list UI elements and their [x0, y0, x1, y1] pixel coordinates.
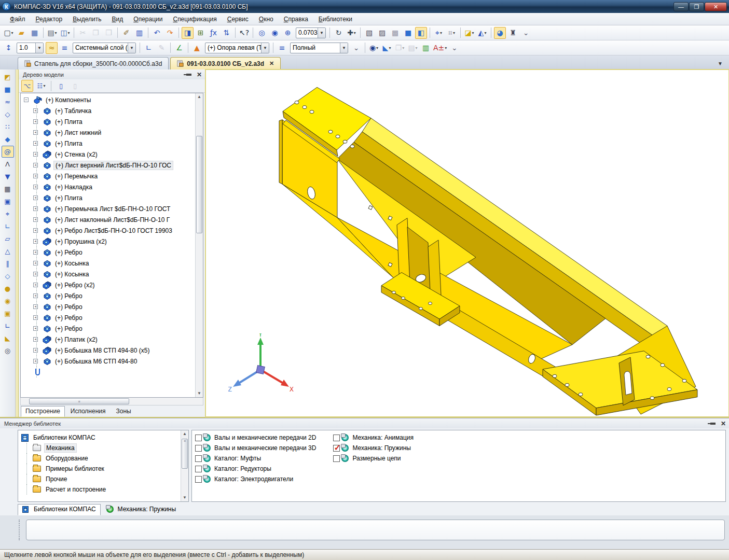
pin-icon[interactable]	[710, 423, 716, 425]
toolbar-button[interactable]: ⌖▾	[433, 27, 445, 39]
instrument-button[interactable]: ◩	[2, 71, 14, 83]
menu-item[interactable]: Справка	[279, 14, 313, 24]
tree-item-row[interactable]: + (+) Перемычка Лист $dБ-ПН-О-10 ГОСТ	[23, 203, 203, 214]
toolbar-button[interactable]: ⌄	[350, 42, 362, 54]
expand-icon[interactable]: +	[33, 315, 38, 320]
toolbar-combo[interactable]: (+) Опора левая (Те▼	[205, 43, 269, 53]
toolbar-button[interactable]: ❒	[103, 27, 115, 39]
expand-icon[interactable]: +	[33, 174, 38, 178]
toolbar-button[interactable]: ↶	[151, 27, 163, 39]
instrument-button[interactable]: ◇	[2, 108, 14, 120]
expand-icon[interactable]: +	[33, 152, 38, 157]
toolbar-button[interactable]: ◪▾	[463, 27, 475, 39]
toolbar-button[interactable]: ◧	[415, 27, 427, 39]
tree-item-row[interactable]: + (+) Ребро	[23, 290, 203, 301]
toolbar-button[interactable]: ▦	[29, 27, 40, 39]
instrument-button[interactable]: ∥	[2, 258, 14, 270]
instrument-button[interactable]: ◆	[2, 133, 14, 145]
tree-item-row[interactable]: + (+) Плита	[23, 138, 203, 149]
toolbar-button[interactable]: ▰	[16, 27, 27, 39]
dropdown-arrow-icon[interactable]: ▾	[402, 46, 404, 50]
library-checkbox[interactable]	[333, 455, 340, 462]
collapse-icon[interactable]: −	[24, 97, 29, 102]
toolbar-button[interactable]: ◨	[182, 27, 194, 39]
close-panel-icon[interactable]: ✕	[721, 420, 726, 427]
library-item-row[interactable]: Валы и механические передачи 2D	[195, 432, 318, 443]
tree-item-row[interactable]: + (+) Накладка	[23, 181, 203, 192]
tree-item-row[interactable]: + (+) Лист наклонный Лист$dБ-ПН-О-10 Г	[23, 214, 203, 225]
expand-icon[interactable]: +	[33, 206, 38, 211]
expand-icon[interactable]: +	[33, 359, 38, 363]
instrument-button[interactable]: @	[2, 146, 14, 158]
toolbar-button[interactable]: ✐	[120, 27, 132, 39]
library-folder-row[interactable]: Механика	[21, 443, 179, 453]
dropdown-arrow-icon[interactable]: ▾	[440, 31, 442, 35]
library-checkbox[interactable]	[333, 435, 340, 441]
toolbar-button[interactable]: ▩	[389, 27, 401, 39]
tree-root-row[interactable]: − (+) Компоненты	[23, 94, 203, 105]
library-folder-row[interactable]: Прочие	[21, 474, 179, 484]
library-checkbox[interactable]	[195, 455, 202, 462]
toolbar-button[interactable]: ▨	[376, 27, 388, 39]
instrument-button[interactable]: ◣	[2, 332, 14, 344]
toolbar-button[interactable]: ▤▾	[46, 27, 58, 39]
dropdown-arrow-icon[interactable]: ▾	[445, 46, 447, 50]
instrument-button[interactable]: ∷	[2, 121, 14, 133]
library-checkbox[interactable]	[195, 476, 202, 483]
toolbar-button[interactable]: ❐	[90, 27, 102, 39]
library-folder-row[interactable]: Расчет и построение	[21, 484, 179, 495]
dropdown-arrow-icon[interactable]: ▾	[484, 31, 486, 35]
menu-item[interactable]: Сервис	[223, 14, 253, 24]
scrollbar-thumb[interactable]: ≡	[29, 398, 129, 404]
scroll-up-icon[interactable]: ▲	[181, 430, 188, 438]
instrument-button[interactable]: △	[2, 245, 14, 257]
library-tree-root[interactable]: Библиотеки КОМПАС	[21, 432, 179, 443]
toolbar-button[interactable]: ◫▾	[59, 27, 71, 39]
toolbar-button[interactable]: ↖?	[238, 27, 250, 39]
toolbar-button[interactable]: ⌗▾	[446, 27, 458, 39]
toolbar-button[interactable]: ▤▾	[407, 42, 419, 54]
expand-icon[interactable]: +	[33, 261, 38, 265]
instrument-button[interactable]: ∟	[2, 320, 14, 332]
expand-icon[interactable]: +	[33, 141, 38, 146]
scroll-down-icon[interactable]: ▼	[196, 390, 203, 397]
instrument-button[interactable]: ▣	[2, 195, 14, 207]
combo-dropdown-icon[interactable]: ▼	[340, 43, 348, 53]
tree-vertical-scrollbar[interactable]: ▲ ▼	[195, 93, 203, 397]
dropdown-arrow-icon[interactable]: ▾	[389, 46, 391, 50]
tree-item-partial[interactable]	[23, 367, 203, 377]
toolbar-combo[interactable]: 1.0▼	[17, 43, 44, 53]
close-button[interactable]: ✕	[705, 2, 727, 11]
close-panel-icon[interactable]: ✕	[197, 71, 202, 78]
dropdown-arrow-icon[interactable]: ▾	[376, 46, 378, 50]
instrument-button[interactable]: ▼	[2, 171, 14, 183]
library-checkbox[interactable]	[195, 435, 202, 441]
scrollbar-thumb[interactable]	[196, 136, 202, 233]
expand-icon[interactable]: +	[33, 119, 38, 124]
toolbar-button[interactable]: ↷	[164, 27, 176, 39]
tree-item-row[interactable]: + (+) Проушина (x2)	[23, 236, 203, 247]
toolbar-button[interactable]: ▥	[420, 42, 432, 54]
pin-icon[interactable]	[186, 74, 191, 76]
toolbar-button[interactable]: ◭▾	[476, 27, 488, 39]
menu-item[interactable]: Редактор	[31, 14, 67, 24]
expand-icon[interactable]: +	[33, 163, 38, 167]
combo-dropdown-icon[interactable]: ▼	[35, 43, 43, 53]
combo-dropdown-icon[interactable]: ▼	[128, 43, 135, 53]
toolbar-button[interactable]: ◉▾	[368, 42, 380, 54]
instrument-button[interactable]: ■	[2, 83, 14, 95]
library-tab-kompas[interactable]: Библиотеки КОМПАС	[18, 504, 101, 515]
toolbar-button[interactable]: ⇅	[221, 27, 232, 39]
library-item-row[interactable]: Размерные цепи	[333, 453, 415, 464]
library-checkbox[interactable]	[195, 466, 202, 472]
expand-icon[interactable]: +	[33, 195, 38, 200]
toolbar-button[interactable]: ∠	[173, 42, 185, 54]
expand-icon[interactable]: +	[33, 272, 38, 276]
expand-icon[interactable]: +	[33, 250, 38, 255]
tree-item-row[interactable]: + (+) Плита	[23, 116, 203, 127]
combo-dropdown-icon[interactable]: ▼	[318, 28, 325, 38]
toolbar-button[interactable]: A±▾	[433, 42, 447, 54]
menu-item[interactable]: Спецификация	[168, 14, 221, 24]
library-folder-row[interactable]: Примеры библиотек	[21, 464, 179, 474]
expand-icon[interactable]: +	[33, 239, 38, 244]
